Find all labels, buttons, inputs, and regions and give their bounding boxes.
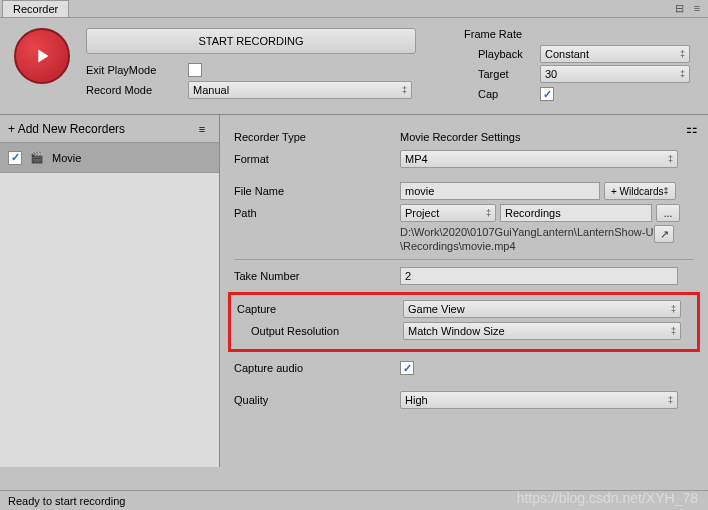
capture-label: Capture (237, 303, 403, 315)
path-input[interactable]: Recordings (500, 204, 652, 222)
capture-highlight: Capture Game View Output Resolution Matc… (228, 292, 700, 352)
titlebar: Recorder ⊟ ≡ (0, 0, 708, 18)
sidebar: + Add New Recorders ≡ 🎬 Movie (0, 115, 220, 467)
quality-dropdown[interactable]: High (400, 391, 678, 409)
take-number-input[interactable]: 2 (400, 267, 678, 285)
play-icon (31, 45, 53, 67)
top-panel: START RECORDING Exit PlayMode Record Mod… (0, 18, 708, 115)
file-name-label: File Name (234, 185, 400, 197)
record-mode-label: Record Mode (86, 84, 180, 96)
exit-playmode-label: Exit PlayMode (86, 64, 180, 76)
watermark: https://blog.csdn.net/XYH_78 (517, 490, 698, 506)
top-center: START RECORDING Exit PlayMode Record Mod… (86, 28, 448, 104)
format-dropdown[interactable]: MP4 (400, 150, 678, 168)
recorder-item-checkbox[interactable] (8, 151, 22, 165)
cap-checkbox[interactable] (540, 87, 554, 101)
frame-rate-section: Frame Rate Playback Constant Target 30 C… (464, 28, 694, 104)
add-recorders-bar: + Add New Recorders ≡ (0, 115, 219, 143)
divider (234, 259, 694, 260)
output-resolution-dropdown[interactable]: Match Window Size (403, 322, 681, 340)
recorder-item-movie[interactable]: 🎬 Movie (0, 143, 219, 173)
path-browse-button[interactable]: ... (656, 204, 680, 222)
playback-label: Playback (464, 48, 540, 60)
recorder-item-label: Movie (52, 152, 81, 164)
sidebar-menu-icon[interactable]: ≡ (193, 123, 211, 135)
wildcards-button[interactable]: + Wildcards (604, 182, 676, 200)
sidebar-empty (0, 173, 219, 467)
quality-label: Quality (234, 394, 400, 406)
target-label: Target (464, 68, 540, 80)
capture-audio-checkbox[interactable] (400, 361, 414, 375)
capture-audio-label: Capture audio (234, 362, 400, 374)
window-tab[interactable]: Recorder (2, 0, 69, 17)
target-input[interactable]: 30 (540, 65, 690, 83)
open-external-icon[interactable]: ↗ (654, 225, 674, 243)
capture-dropdown[interactable]: Game View (403, 300, 681, 318)
window-controls: ⊟ ≡ (672, 2, 708, 15)
status-text: Ready to start recording (8, 495, 125, 507)
full-path-display: D:\Work\2020\0107GuiYangLantern\LanternS… (234, 225, 674, 253)
recorder-type-label: Recorder Type (234, 131, 400, 143)
detail-panel: ⚏ Recorder Type Movie Recorder Settings … (220, 115, 708, 467)
movie-icon: 🎬 (30, 151, 44, 164)
path-label: Path (234, 207, 400, 219)
start-recording-button[interactable]: START RECORDING (86, 28, 416, 54)
cap-label: Cap (464, 88, 540, 100)
frame-rate-header: Frame Rate (464, 28, 694, 40)
file-name-input[interactable]: movie (400, 182, 600, 200)
format-label: Format (234, 153, 400, 165)
record-mode-dropdown[interactable]: Manual (188, 81, 412, 99)
exit-playmode-checkbox[interactable] (188, 63, 202, 77)
take-number-label: Take Number (234, 270, 400, 282)
add-recorders-button[interactable]: + Add New Recorders (8, 122, 125, 136)
output-resolution-label: Output Resolution (237, 325, 403, 337)
play-button[interactable] (14, 28, 70, 84)
detail-menu-icon[interactable]: ⚏ (686, 121, 698, 136)
context-menu-icon[interactable]: ≡ (690, 2, 704, 15)
path-dropdown[interactable]: Project (400, 204, 496, 222)
main: + Add New Recorders ≡ 🎬 Movie ⚏ Recorder… (0, 115, 708, 467)
playback-dropdown[interactable]: Constant (540, 45, 690, 63)
recorder-type-value: Movie Recorder Settings (400, 131, 520, 143)
popout-icon[interactable]: ⊟ (672, 2, 686, 15)
